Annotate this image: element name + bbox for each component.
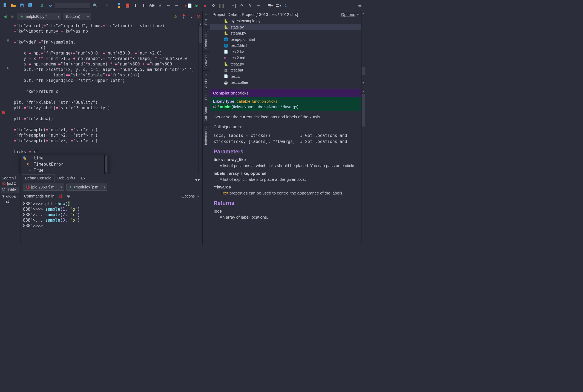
tool-tab-call-stack[interactable]: Call Stack	[203, 103, 210, 125]
upload-icon[interactable]: ⬆	[132, 2, 139, 9]
debug-console[interactable]: 888">>>> plt.show() 888">>>> sample(1, '…	[21, 200, 202, 245]
python-icon[interactable]	[116, 2, 123, 9]
save-all-icon[interactable]	[26, 2, 33, 9]
code-editor[interactable]: ⊟ ⊟ ="fn">print(="str">"imported", time.…	[0, 22, 202, 174]
pin-icon[interactable]: 📍	[181, 14, 186, 19]
debug-bug-icon[interactable]: 🐞	[58, 194, 63, 198]
file-tab[interactable]: ★ matplot6.py *	[18, 13, 61, 20]
tool-tab-indentation[interactable]: Indentation	[203, 125, 210, 148]
tab-debug-io[interactable]: Debug I/O	[54, 174, 78, 182]
run-icon[interactable]: ▶	[193, 2, 200, 9]
code-area[interactable]: ="fn">print(="str">"imported", time.="fn…	[12, 22, 199, 174]
completion-kind-icon: C:	[23, 162, 31, 166]
editor-tabs: ◀ ▶ ★ matplot6.py * (bottom) ⚠ 📍 ⌄ ✕	[0, 11, 202, 22]
project-file-item[interactable]: M↓test2.md	[210, 55, 361, 61]
stop-icon[interactable]: ■	[202, 2, 209, 9]
project-options[interactable]: Options	[341, 12, 359, 17]
breakpoint-icon[interactable]	[2, 111, 5, 114]
restart-icon[interactable]: ⟲	[210, 2, 217, 9]
editor-gutter[interactable]: ⊟ ⊟	[0, 22, 12, 174]
pause-icon[interactable]: ❚❚	[218, 2, 225, 9]
bug-icon: 🐞	[2, 181, 6, 185]
save-icon[interactable]	[18, 2, 25, 9]
project-scrollbar[interactable]: ▲ ▼	[361, 11, 365, 89]
assist-doc[interactable]: Get or set the current tick locations an…	[210, 111, 361, 223]
debug-options[interactable]: Options	[180, 193, 199, 199]
likely-type-link[interactable]: callable function xticks	[237, 99, 277, 104]
search-title: Search i	[1, 175, 19, 181]
source-assistant-panel: Completion: xticks Likely type: callable…	[210, 89, 365, 245]
project-panel: Project: Default Project [13013 files / …	[210, 11, 365, 89]
block-down-icon[interactable]: ⬓▾	[275, 2, 282, 9]
returns-heading: Returns	[214, 200, 358, 206]
nav-back-icon[interactable]: ◀	[2, 14, 8, 19]
assist-scrollbar[interactable]: ▲	[361, 89, 365, 245]
case-icon[interactable]: AB	[148, 2, 156, 9]
project-file-item[interactable]: ▦test.bat	[210, 67, 361, 73]
project-file-item[interactable]: 📄test.c	[210, 73, 361, 80]
debug-add-icon[interactable]: ⊕	[67, 194, 70, 198]
replace-icon[interactable]: ⇄	[104, 2, 111, 9]
svg-rect-3	[21, 5, 23, 7]
step-over-icon[interactable]: ↷	[238, 2, 245, 9]
monitor-icon[interactable]: 🖵	[283, 2, 290, 9]
file-tab-label: matplot6.py *	[25, 14, 47, 19]
tool-tab-project[interactable]: Project	[203, 11, 210, 28]
search-icon[interactable]: 🔍	[91, 2, 99, 9]
position-combo[interactable]: (bottom)	[64, 13, 91, 20]
debug-frame-combo[interactable]: ★ <module>(): m	[66, 184, 107, 191]
tab-nav-right-icon[interactable]: ▸	[198, 177, 200, 182]
indent-icon[interactable]: ⇵	[38, 2, 45, 9]
tool-tab-source-assistant[interactable]: Source Assistant	[203, 71, 210, 103]
new-run-icon[interactable]: ▸📄	[185, 2, 192, 9]
goto-icon[interactable]: ↘•	[47, 2, 54, 9]
open-folder-icon[interactable]	[10, 2, 17, 9]
assist-type-header: Likely type: callable function xticks de…	[210, 97, 361, 111]
dedent-icon[interactable]: ⇤	[165, 2, 172, 9]
warning-icon[interactable]: ⚠	[174, 14, 177, 19]
project-file-item[interactable]: 🐍pytestexample.py	[210, 18, 361, 24]
project-file-item[interactable]: 🐍steam.py	[210, 30, 361, 36]
project-file-item[interactable]: 🌐temp-plot.html	[210, 36, 361, 43]
debug-process-combo[interactable]: 🐞 [pid 29607] m	[23, 184, 64, 191]
toolbar-search-input[interactable]	[55, 2, 90, 9]
completion-item[interactable]: ✄True	[21, 167, 108, 174]
new-file-icon[interactable]	[2, 2, 9, 9]
step-into-icon[interactable]: →|	[230, 2, 237, 9]
debug-tabs: Debug Console Debug I/O Ex ◂▸	[21, 174, 202, 182]
project-file-item[interactable]: 🐍test2.py	[210, 61, 361, 67]
project-file-list[interactable]: 🐍pytestexample.py🐍stats.py🐍steam.py🌐temp…	[210, 18, 361, 89]
tool-tab-refactoring[interactable]: Refactoring	[203, 28, 210, 51]
pdf-icon[interactable]: 📕	[124, 2, 131, 9]
completion-item[interactable]: ✄try(snippet)	[21, 174, 108, 174]
project-file-item[interactable]: 🌐test2.html	[210, 42, 361, 49]
menu-icon[interactable]: ☰	[356, 2, 363, 9]
commands-run-label: Commands run in	[24, 194, 54, 198]
tab-exceptions[interactable]: Ex	[78, 174, 88, 182]
project-title: Project: Default Project [13013 files / …	[212, 12, 298, 17]
completion-kind-icon	[23, 156, 31, 160]
completion-popup[interactable]: timeC:TimeoutError✄True✄try(snippet)()tu…	[21, 155, 108, 174]
continue-icon[interactable]: ↦	[255, 2, 262, 9]
params-heading: Parameters	[214, 148, 358, 154]
tab-debug-console[interactable]: Debug Console	[22, 174, 54, 182]
tool-tab-browser[interactable]: Browser	[203, 52, 210, 71]
diff-icon[interactable]: ±	[157, 2, 164, 9]
download-icon[interactable]: ⬇	[140, 2, 147, 9]
svg-point-7	[24, 158, 26, 160]
project-file-item[interactable]: 📄test2.kv	[210, 49, 361, 55]
completion-item[interactable]: C:TimeoutError	[21, 161, 108, 168]
chevron-down-icon[interactable]: ⌄	[190, 14, 193, 19]
completion-item[interactable]: time	[21, 155, 108, 161]
project-file-item[interactable]: ☕test.coffee	[210, 79, 361, 86]
indent-right-icon[interactable]: ⇥	[173, 2, 180, 9]
debug-panel: Debug Console Debug I/O Ex ◂▸ 🐞 [pid 296…	[21, 174, 202, 245]
editor-scrollbar[interactable]: ▲	[199, 22, 202, 174]
tab-nav-left-icon[interactable]: ◂	[195, 177, 197, 182]
step-out-icon[interactable]: ↰	[246, 2, 254, 9]
variable-header[interactable]: Variable	[1, 187, 19, 193]
project-file-item[interactable]: 🐍stats.py	[210, 24, 361, 30]
nav-forward-icon[interactable]: ▶	[10, 14, 15, 19]
block-up-icon[interactable]: ⬒▾	[267, 2, 274, 9]
close-tab-icon[interactable]: ✕	[197, 14, 200, 19]
